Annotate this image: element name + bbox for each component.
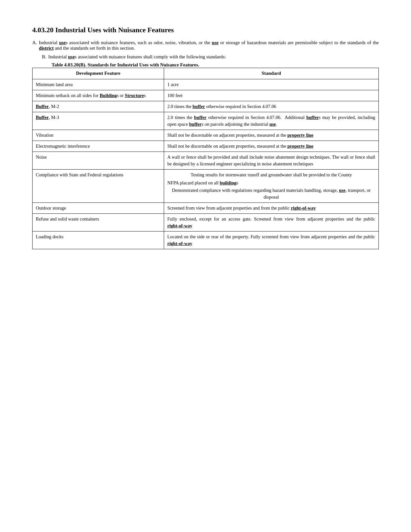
table-row: Noise A wall or fence shall be provided … xyxy=(33,152,379,169)
feature-minimum-setback: Minimum setback on all sides for Buildin… xyxy=(33,90,164,101)
feature-noise: Noise xyxy=(33,152,164,169)
table-caption: Table 4.03.20(B). Standards for Industri… xyxy=(32,62,379,68)
standard-minimum-land-area: 1 acre xyxy=(164,79,379,90)
standard-buffer-m2: 2.0 times the buffer otherwise required … xyxy=(164,101,379,112)
feature-electromagnetic: Electromagnetic interference xyxy=(33,141,164,152)
feature-vibration: Vibration xyxy=(33,130,164,141)
standard-loading-docks: Located on the side or rear of the prope… xyxy=(164,232,379,249)
table-row: Buffer, M-3 2.0 times the buffer otherwi… xyxy=(33,112,379,130)
table-header-row: Development Feature Standard xyxy=(33,68,379,79)
table-row: Compliance with State and Federal regula… xyxy=(33,169,379,202)
standard-refuse: Fully enclosed, except for an access gat… xyxy=(164,213,379,231)
paragraph-b-text: Industrial uses associated with nuisance… xyxy=(48,54,226,60)
table-row: Refuse and solid waste containers Fully … xyxy=(33,213,379,231)
table-row: Buffer, M-2 2.0 times the buffer otherwi… xyxy=(33,101,379,112)
table-row: Electromagnetic interference Shall not b… xyxy=(33,141,379,152)
feature-buffer-m2: Buffer, M-2 xyxy=(33,101,164,112)
standard-outdoor-storage: Screened from view from adjacent propert… xyxy=(164,202,379,213)
standard-buffer-m3: 2.0 times the buffer otherwise required … xyxy=(164,112,379,130)
paragraph-b-label: B. xyxy=(42,54,46,60)
section-title: 4.03.20 Industrial Uses with Nuisance Fe… xyxy=(32,26,379,34)
feature-loading-docks: Loading docks xyxy=(33,232,164,249)
feature-minimum-land-area: Minimum land area xyxy=(33,79,164,90)
standard-noise: A wall or fence shall be provided and sh… xyxy=(164,152,379,169)
table-row: Minimum setback on all sides for Buildin… xyxy=(33,90,379,101)
table-row: Vibration Shall not be discernable on ad… xyxy=(33,130,379,141)
table-row: Loading docks Located on the side or rea… xyxy=(33,232,379,249)
standard-minimum-setback: 100 feet xyxy=(164,90,379,101)
feature-outdoor-storage: Outdoor storage xyxy=(33,202,164,213)
standard-electromagnetic: Shall not be discernable on adjacent pro… xyxy=(164,141,379,152)
col2-header: Standard xyxy=(164,68,379,79)
paragraph-a-text: Industrial uses associated with nuisance… xyxy=(39,40,379,51)
standards-table: Development Feature Standard Minimum lan… xyxy=(32,68,379,249)
paragraph-a: A. Industrial uses associated with nuisa… xyxy=(32,40,379,51)
standard-compliance: Testing results for stormwater runoff an… xyxy=(164,169,379,202)
table-row: Outdoor storage Screened from view from … xyxy=(33,202,379,213)
feature-refuse: Refuse and solid waste containers xyxy=(33,213,164,231)
standard-vibration: Shall not be discernable on adjacent pro… xyxy=(164,130,379,141)
feature-compliance: Compliance with State and Federal regula… xyxy=(33,169,164,202)
paragraph-a-label: A. xyxy=(32,40,37,51)
feature-buffer-m3: Buffer, M-3 xyxy=(33,112,164,130)
col1-header: Development Feature xyxy=(33,68,164,79)
table-row: Minimum land area 1 acre xyxy=(33,79,379,90)
paragraph-b: B. Industrial uses associated with nuisa… xyxy=(32,54,379,60)
